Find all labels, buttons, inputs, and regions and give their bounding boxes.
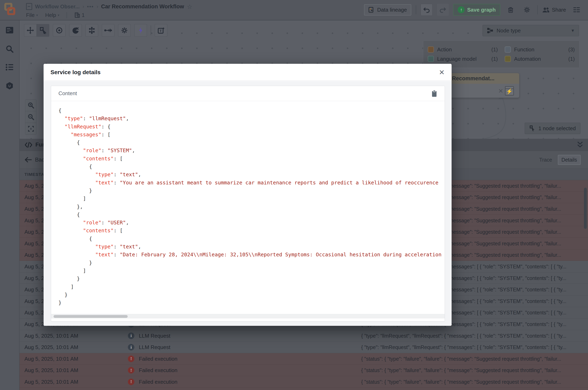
list-menu-icon (573, 7, 580, 13)
modal-body: Content { "type": "llmRequest", "llmRequ… (43, 82, 452, 326)
caret-down-icon: ▼ (571, 28, 575, 33)
save-graph-button[interactable]: ↑ Save graph (453, 4, 500, 16)
add-text-tool-button[interactable]: T (155, 24, 167, 37)
menu-bar: File▾ Help▾ 1 (26, 11, 84, 19)
event-timestamp: Aug 5, 2025, 10:01 AM (24, 344, 78, 350)
code-line: "role": "SYSTEM", (58, 146, 445, 154)
collapse-double-chevron-icon[interactable] (577, 142, 583, 148)
info-icon: i (128, 344, 134, 350)
zoom-in-icon (28, 102, 34, 109)
function-node-tool-button[interactable] (85, 24, 98, 37)
service-log-modal: Service log details ✕ Content { "type": … (43, 64, 452, 326)
gear-icon (121, 27, 128, 34)
resource-count[interactable]: 1 (74, 12, 84, 18)
legend-item[interactable]: Automation(1) (505, 56, 575, 62)
bullet-list-icon[interactable] (5, 64, 14, 71)
event-content-preview: { "type": "llmRequest", "llmRequest": { … (361, 333, 580, 339)
code-icon (24, 142, 33, 148)
cube-icon[interactable] (5, 82, 14, 90)
event-row[interactable]: Aug 5, 2025, 10:01 AM!Failed execution{ … (20, 388, 588, 390)
breadcrumb-overflow[interactable]: ••• (87, 3, 94, 10)
node-type-select[interactable]: Node type ▼ (483, 25, 579, 36)
horizontal-scrollbar[interactable] (51, 314, 445, 318)
code-line: "text": "Date: February 28, 2024\\nMilea… (58, 251, 445, 259)
code-line: { (58, 211, 445, 219)
select-cursor-icon (40, 27, 46, 34)
legend-item[interactable]: Action(1) (428, 47, 498, 53)
redo-button[interactable] (437, 4, 449, 16)
divider (151, 25, 151, 35)
code-line: { (58, 139, 445, 146)
legend-item[interactable]: Function(3) (505, 47, 575, 53)
help-menu[interactable]: Help▾ (45, 12, 59, 18)
fit-screen-icon (28, 126, 34, 132)
vertical-scrollbar[interactable] (584, 188, 587, 229)
code-line: }, (58, 203, 445, 211)
event-row[interactable]: Aug 5, 2025, 10:01 AMiLLM Request{ "type… (20, 341, 588, 353)
header-actions: Data lineage ↑ Save graph Share (364, 2, 582, 17)
selection-badge-label: 1 node selected (538, 125, 576, 132)
settings-button[interactable] (521, 4, 533, 16)
star-favorite-icon[interactable]: ☆ (187, 3, 192, 10)
details-tab[interactable]: Details (558, 155, 581, 165)
code-line: ] (58, 195, 445, 202)
event-content-preview: { "status": { "type": "failure", "failur… (361, 367, 580, 373)
node-title[interactable]: Recommendat... (448, 73, 519, 84)
code-line: "type": "llmRequest", (58, 114, 445, 122)
workflow-node-card[interactable]: Recommendat... ✕ ⚡ (448, 73, 519, 98)
settings-node-tool-button[interactable] (118, 24, 131, 37)
chevron-right-icon: › (96, 4, 98, 9)
automation-tool-button[interactable] (134, 24, 147, 37)
delete-button[interactable] (505, 4, 516, 16)
event-row[interactable]: Aug 5, 2025, 10:01 AMiLLM Request{ "type… (20, 330, 588, 342)
json-code-block[interactable]: { "type": "llmRequest", "llmRequest": { … (51, 101, 445, 311)
event-row[interactable]: Aug 5, 2025, 10:01 AM!Failed execution{ … (20, 376, 588, 388)
code-line: "type": "text", (58, 243, 445, 251)
code-line: "text": "You are an assistant meant to s… (58, 179, 445, 187)
file-menu[interactable]: File▾ (26, 12, 38, 18)
zoom-out-button[interactable] (25, 111, 37, 123)
search-icon[interactable] (5, 45, 14, 53)
select-cursor-icon (529, 125, 536, 132)
node-type-label: Node type (497, 28, 521, 34)
panel-card-icon[interactable] (5, 26, 14, 34)
legend-item[interactable]: Language model(1) (428, 56, 498, 62)
graph-toolbar: T (24, 24, 167, 37)
pan-tool-button[interactable] (24, 24, 37, 37)
select-tool-button[interactable] (37, 24, 49, 37)
legend-label: Function (514, 47, 535, 53)
action-node-tool-button[interactable] (53, 24, 66, 37)
share-button[interactable]: Share (542, 7, 566, 13)
error-icon: ! (128, 367, 134, 374)
code-line: "llmRequest": { (58, 123, 445, 131)
code-line: "contents": [ (58, 227, 445, 235)
undo-button[interactable] (421, 4, 432, 16)
error-icon: ! (128, 379, 134, 385)
close-icon[interactable]: ✕ (498, 87, 503, 95)
legend-count: (3) (568, 47, 575, 53)
edge-tool-button[interactable] (102, 24, 114, 37)
close-icon[interactable]: ✕ (439, 69, 445, 76)
code-line: ] (58, 267, 445, 275)
scrollbar-thumb[interactable] (53, 315, 128, 318)
trace-tab[interactable]: Trace (539, 157, 552, 163)
breadcrumb: Workflow Obser... › ••• › Car Recommenda… (26, 2, 192, 11)
copy-clipboard-icon[interactable] (431, 90, 437, 97)
arrow-left-icon (24, 157, 32, 163)
event-row[interactable]: Aug 5, 2025, 10:01 AM!Failed execution{ … (20, 353, 588, 365)
event-label: LLM Request (139, 344, 170, 350)
event-label: Failed execution (139, 356, 177, 362)
breadcrumb-app[interactable]: Workflow Obser... (35, 3, 80, 10)
caret-down-icon: ▾ (36, 13, 38, 17)
panel-list-button[interactable] (571, 4, 582, 16)
building-icon (74, 12, 80, 18)
zoom-in-button[interactable] (25, 100, 37, 111)
automation-window-icon[interactable]: ⚡ (505, 86, 514, 96)
app-logo-icon[interactable] (4, 3, 15, 15)
llm-node-tool-button[interactable] (69, 24, 82, 37)
fit-view-button[interactable] (25, 123, 37, 135)
data-lineage-button[interactable]: Data lineage (364, 4, 411, 15)
event-row[interactable]: Aug 5, 2025, 10:01 AM!Failed execution{ … (20, 365, 588, 376)
selection-badge[interactable]: 1 node selected (525, 123, 581, 134)
model-pacman-icon (72, 27, 79, 34)
